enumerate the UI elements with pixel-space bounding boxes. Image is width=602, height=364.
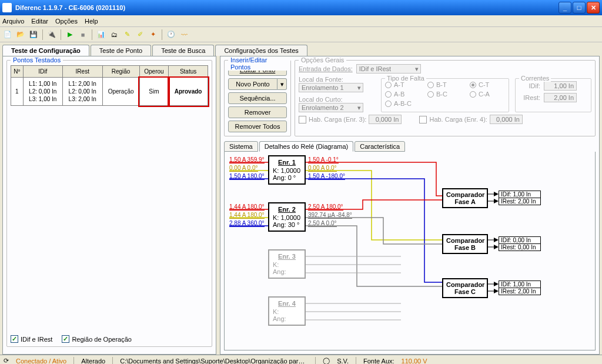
remover-button[interactable]: Remover: [228, 106, 287, 118]
menu-arquivo[interactable]: Arquivo: [2, 18, 24, 25]
tool4-icon[interactable]: ✐: [135, 29, 145, 40]
local-fonte-label: Local da Fonte:: [299, 76, 375, 83]
pontos-table: Nº IDif IRest Região Operou Status 1 L1:…: [11, 65, 208, 106]
menu-help[interactable]: Help: [85, 18, 98, 25]
subtab-carac[interactable]: Característica: [354, 141, 405, 152]
svg-marker-15: [494, 199, 499, 203]
enr1-out-a: 1,50 A -0,1°: [308, 156, 339, 163]
refresh-icon[interactable]: ⟳: [4, 357, 9, 364]
pontos-testados-title: Pontos Testados: [11, 56, 63, 64]
col-operou[interactable]: Operou: [139, 66, 169, 78]
close-button[interactable]: ✕: [587, 2, 600, 14]
local-curto-label: Local do Curto:: [299, 96, 375, 103]
svg-marker-13: [494, 192, 499, 196]
wave-icon[interactable]: 〰: [179, 29, 189, 40]
stop-icon[interactable]: ■: [78, 29, 88, 40]
enr1-block: Enr. 1 K: 1,0000Ang: 0 °: [268, 155, 306, 185]
menu-opcoes[interactable]: Opções: [55, 18, 78, 25]
novo-ponto-dropdown[interactable]: ▾: [277, 78, 287, 90]
tool1-icon[interactable]: 📊: [96, 29, 106, 40]
enr4-block: Enr. 4 K:Ang:: [268, 296, 306, 326]
enr1-out-b: 0,00 A 0,0°: [308, 165, 337, 172]
tab-config[interactable]: Teste de Configuração: [2, 45, 89, 56]
window-title: Diferenc 1.1.9.7 - CE-6006 (0201110): [15, 4, 558, 11]
col-status[interactable]: Status: [169, 66, 208, 78]
menu-editar[interactable]: Editar: [31, 18, 48, 25]
col-regiao[interactable]: Região: [102, 66, 139, 78]
novo-ponto-button[interactable]: Novo Ponto: [228, 78, 277, 90]
svg-marker-23: [494, 289, 499, 293]
enr2-in-c: 2,88 A 360,0°: [229, 220, 265, 227]
radio-at: A-T: [385, 81, 420, 88]
svg-marker-21: [494, 282, 499, 286]
main-tabstrip: Teste de Configuração Teste de Ponto Tes…: [0, 42, 602, 56]
out-a-irest: IRest: 2,00 In: [499, 198, 541, 205]
app-icon: [2, 3, 12, 12]
irest-input: 2,00 In: [544, 93, 577, 102]
enr1-in-b: 0,00 A 0,0°: [229, 165, 258, 172]
svg-marker-17: [494, 238, 499, 242]
enr1-in-c: 1,50 A 180,0°: [229, 173, 265, 180]
out-b-irest: IRest: 0,00 In: [499, 243, 541, 251]
clock-icon[interactable]: 🕐: [166, 29, 176, 40]
status-fonte-label: Fonte Aux:: [363, 358, 394, 365]
table-row[interactable]: 1 L1: 1,00 In L2: 0,00 In L3: 1,00 In L1…: [11, 78, 208, 106]
tool5-icon[interactable]: ✦: [148, 29, 158, 40]
enr1-out-c: 1,50 A -180,0°: [308, 173, 345, 180]
new-icon[interactable]: 📄: [2, 29, 13, 40]
maximize-button[interactable]: □: [573, 2, 586, 14]
col-n[interactable]: Nº: [11, 66, 24, 78]
out-c-irest: IRest: 2,00 In: [499, 288, 541, 295]
enr2-block: Enr. 2 K: 1,0000Ang: 30 °: [268, 202, 306, 232]
tool2-icon[interactable]: 🗂: [109, 29, 119, 40]
titlebar: Diferenc 1.1.9.7 - CE-6006 (0201110) _ □…: [0, 0, 602, 15]
radio-bt: B-T: [427, 81, 463, 88]
chk-idif-irest[interactable]: ✓IDif e IRest: [11, 335, 52, 343]
radio-ca: C-A: [470, 91, 505, 98]
comp-c: Comparador Fase C: [442, 278, 488, 298]
save-icon[interactable]: 💾: [28, 29, 39, 40]
insert-edit-group: Inserir/Editar Pontos Editar Ponto Novo …: [224, 60, 291, 136]
comp-b: Comparador Fase B: [442, 234, 488, 254]
enr2-in-b: 1,44 A 180,0°: [229, 212, 265, 219]
subtabstrip: Sistema Detalhes do Relé (Diagrama) Cara…: [224, 141, 596, 152]
enr1-in-a: 1,50 A 359,9°: [229, 156, 265, 163]
hab3-input: 0,000 In: [369, 115, 402, 124]
radio-ab: A-B: [385, 91, 420, 98]
enr2-out-b: 392,74 µA -84,8°: [308, 212, 352, 219]
radio-bc: B-C: [427, 91, 463, 98]
sequencia-button[interactable]: Sequência...: [228, 92, 287, 104]
radio-abc: A-B-C: [385, 100, 420, 107]
play-icon[interactable]: ▶: [65, 29, 75, 40]
statusbar: ⟳ Conectado / Ativo Alterado C:\Document…: [0, 355, 602, 364]
enr3-block: Enr. 3 K:Ang:: [268, 249, 306, 279]
status-alterado: Alterado: [81, 358, 105, 365]
chk-regiao[interactable]: ✓Região de Operação: [62, 335, 132, 343]
entrada-label: Entrada de Dados:: [299, 65, 353, 72]
minimize-button[interactable]: _: [558, 2, 571, 14]
entrada-select: IDif e IRest: [356, 64, 421, 74]
hab4-input: 0,000 In: [490, 115, 523, 124]
subtab-sistema[interactable]: Sistema: [224, 141, 258, 152]
subtab-detalhes[interactable]: Detalhes do Relé (Diagrama): [259, 141, 353, 152]
remover-todos-button[interactable]: Remover Todos: [228, 121, 287, 132]
connect-icon[interactable]: 🔌: [46, 29, 57, 40]
menubar: Arquivo Editar Opções Help: [0, 15, 602, 27]
local-fonte-select: Enrolamento 1: [299, 83, 363, 92]
col-irest[interactable]: IRest: [63, 66, 103, 78]
open-icon[interactable]: 📂: [15, 29, 26, 40]
tab-busca[interactable]: Teste de Busca: [152, 45, 214, 56]
tab-settings[interactable]: Configurações dos Testes: [215, 45, 307, 56]
tool3-icon[interactable]: ✎: [122, 29, 132, 40]
toolbar: 📄 📂 💾 🔌 ▶ ■ 📊 🗂 ✎ ✐ ✦ 🕐 〰: [0, 27, 602, 42]
enr2-in-a: 1,44 A 180,0°: [229, 203, 265, 211]
enr2-out-a: 2,50 A 180,0°: [308, 203, 343, 211]
col-idif[interactable]: IDif: [23, 66, 63, 78]
status-sv: S.V.: [337, 358, 349, 365]
comp-a: Comparador Fase A: [442, 188, 488, 208]
idif-input: 1,00 In: [544, 81, 577, 91]
status-conectado: Conectado / Ativo: [16, 358, 66, 365]
tab-ponto[interactable]: Teste de Ponto: [91, 45, 151, 56]
radio-ct: C-T: [470, 81, 505, 88]
local-curto-select: Enrolamento 2: [299, 103, 363, 112]
